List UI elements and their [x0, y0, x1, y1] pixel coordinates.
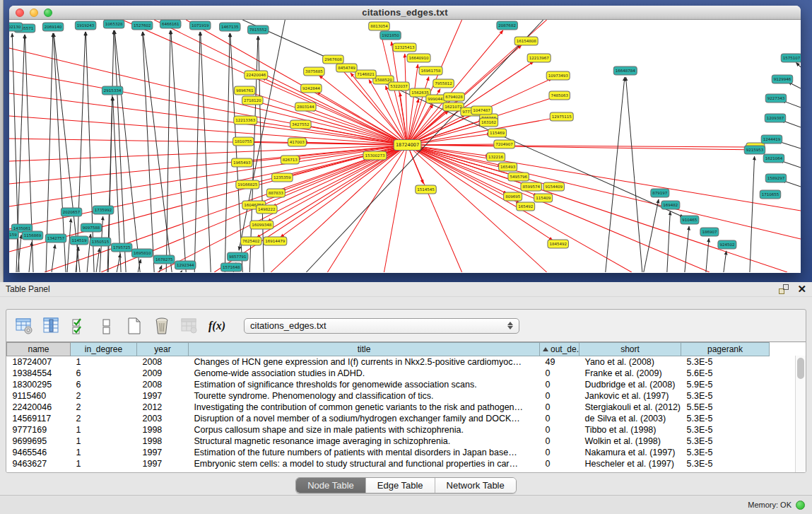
table-cell[interactable]: Wolkin et al. (1998)	[579, 436, 681, 447]
graph-node[interactable]: 1156869	[22, 231, 43, 240]
table-row[interactable]: 1830029562008Estimation of significance …	[7, 379, 770, 390]
table-row[interactable]: 2242004622012Investigating the contribut…	[7, 402, 770, 413]
graph-node[interactable]: 165492	[517, 202, 535, 211]
table-cell[interactable]: 5.3E-5	[681, 436, 770, 447]
graph-node[interactable]: 163162	[480, 118, 498, 127]
table-cell[interactable]: Stergiakouli et al. (2012)	[579, 402, 681, 413]
graph-node[interactable]: 9154409	[543, 182, 565, 191]
graph-node[interactable]: 417003	[288, 138, 306, 146]
new-column-icon[interactable]	[124, 315, 145, 337]
column-header-short[interactable]: short	[579, 343, 681, 356]
column-header-title[interactable]: title	[189, 343, 540, 356]
column-header-name[interactable]: name	[7, 343, 71, 356]
network-canvas[interactable]: 2242004698967612718120122133631810755196…	[9, 20, 801, 272]
table-row[interactable]: 1872400712008Changes of HCN gene express…	[7, 356, 770, 368]
delete-table-icon[interactable]	[179, 315, 200, 337]
graph-node[interactable]: 1919243	[75, 21, 96, 30]
table-cell[interactable]: 18300295	[7, 379, 71, 390]
table-cell[interactable]: Genome-wide association studies in ADHD.	[189, 368, 540, 379]
graph-node[interactable]: 9896761	[235, 86, 256, 95]
graph-node[interactable]: 2718120	[242, 96, 264, 105]
unselect-all-icon[interactable]	[96, 315, 117, 337]
graph-node[interactable]: 2915334	[102, 86, 123, 95]
tab-node-table[interactable]: Node Table	[296, 478, 366, 493]
graph-node[interactable]: 9215953	[744, 146, 765, 154]
table-cell[interactable]: 5.3E-5	[681, 390, 770, 402]
table-row[interactable]: 946362711997Embryonic stem cells: a mode…	[7, 458, 770, 469]
graph-node[interactable]: 1571648	[221, 263, 242, 271]
tab-edge-table[interactable]: Edge Table	[366, 478, 435, 493]
graph-node[interactable]: 16961758	[419, 66, 442, 75]
graph-node[interactable]: 1071919	[189, 21, 211, 30]
graph-node[interactable]: 3427552	[290, 120, 312, 129]
table-cell[interactable]: Embryonic stem cells: a model to study s…	[189, 458, 540, 469]
graph-node[interactable]: 1235359	[272, 173, 293, 182]
graph-node[interactable]: 5322037	[389, 82, 410, 90]
table-cell[interactable]: 5.9E-5	[681, 379, 770, 390]
float-panel-icon[interactable]	[779, 284, 789, 294]
graph-node[interactable]: 1621064	[763, 154, 784, 163]
zoom-window-button[interactable]	[44, 8, 52, 17]
table-cell[interactable]: 1	[71, 356, 137, 368]
table-cell[interactable]: 14569117	[7, 413, 71, 424]
close-panel-icon[interactable]: ✕	[797, 284, 806, 294]
graph-node[interactable]: 924502	[718, 240, 736, 249]
table-cell[interactable]: 9777169	[7, 424, 71, 436]
table-cell[interactable]: Estimation of the future numbers of pati…	[189, 447, 540, 458]
table-row[interactable]: 911546021997Tourette syndrome. Phenomeno…	[7, 390, 770, 402]
table-row[interactable]: 969969511998Structural magnetic resonanc…	[7, 436, 770, 447]
show-columns-icon[interactable]	[41, 315, 62, 337]
table-cell[interactable]: Changes of HCN gene expression and I(f) …	[189, 356, 540, 368]
table-cell[interactable]: 1	[71, 424, 137, 436]
table-header[interactable]: namein_degreeyeartitleout_de...shortpage…	[7, 343, 770, 356]
table-cell[interactable]: 5.5E-5	[681, 402, 770, 413]
graph-node[interactable]: 8454749	[336, 64, 358, 72]
table-cell[interactable]: 2	[71, 402, 137, 413]
table-cell[interactable]: 1997	[137, 390, 189, 402]
graph-node[interactable]: 186907	[700, 228, 719, 236]
graph-node[interactable]: 6466161	[160, 20, 181, 28]
graph-node[interactable]: 169482	[661, 201, 680, 209]
graph-node[interactable]: 2020657	[61, 208, 82, 216]
table-cell[interactable]: 5.3E-5	[681, 413, 770, 424]
graph-node[interactable]: 2967608	[323, 55, 344, 64]
table-cell[interactable]: 1	[71, 436, 137, 447]
table-cell[interactable]: Nakamura et al. (1997)	[579, 447, 681, 458]
graph-node[interactable]: 12975115	[550, 112, 573, 121]
graph-node[interactable]: 16099348	[250, 221, 273, 229]
graph-node[interactable]: 8599574	[521, 182, 542, 191]
table-cell[interactable]: Tourette syndrome. Phenomenology and cla…	[189, 390, 540, 402]
graph-node[interactable]: 2069140	[42, 23, 64, 31]
graph-node[interactable]: 887833	[266, 189, 285, 197]
graph-node[interactable]: 1965493	[232, 158, 253, 167]
table-cell[interactable]: 22420046	[7, 402, 71, 413]
graph-node[interactable]: 1467135	[220, 23, 241, 31]
graph-node[interactable]: 1350515	[90, 238, 111, 246]
network-window-titlebar[interactable]: citations_edges.txt	[9, 6, 801, 20]
table-cell[interactable]: 5.3E-5	[681, 424, 770, 436]
graph-node[interactable]: 7625402	[241, 237, 262, 245]
table-cell[interactable]: 0	[540, 413, 579, 424]
table-cell[interactable]: 9699695	[7, 436, 71, 447]
graph-node[interactable]: 1902130	[9, 23, 23, 31]
graph-node[interactable]: 18724007	[394, 140, 421, 151]
graph-node[interactable]: 8813054	[369, 22, 390, 30]
graph-node[interactable]: 1695810	[131, 249, 153, 257]
graph-node[interactable]: 1498222	[257, 205, 278, 214]
graph-node[interactable]: 16640910	[407, 54, 430, 62]
graph-node[interactable]: 3875685	[304, 67, 325, 76]
graph-node[interactable]: 132216	[487, 153, 505, 161]
table-cell[interactable]: Estimation of significance thresholds fo…	[189, 379, 540, 390]
table-mode-icon[interactable]	[13, 315, 35, 337]
column-header-out_de[interactable]: out_de...	[540, 343, 579, 356]
table-cell[interactable]: 5.3E-5	[681, 458, 770, 469]
graph-node[interactable]: 39159	[9, 230, 18, 239]
tab-network-table[interactable]: Network Table	[435, 478, 516, 493]
table-cell[interactable]: Tibbo et al. (1998)	[579, 424, 681, 436]
table-cell[interactable]: 1	[71, 447, 137, 458]
table-cell[interactable]: 9115460	[7, 390, 71, 402]
table-cell[interactable]: 5.3E-5	[681, 447, 770, 458]
table-cell[interactable]: 2008	[137, 356, 189, 368]
graph-node[interactable]: 115469	[488, 129, 507, 137]
column-header-year[interactable]: year	[137, 343, 189, 356]
